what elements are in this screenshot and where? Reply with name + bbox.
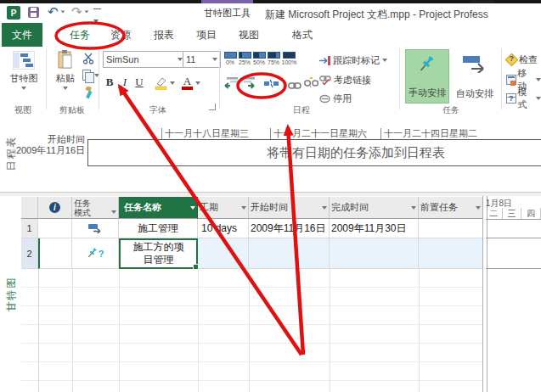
- finish-cell[interactable]: 2009年11月30日: [330, 219, 419, 238]
- redo-dropdown-icon[interactable]: [84, 10, 88, 13]
- header-task-mode[interactable]: 任务模式: [72, 197, 119, 219]
- link-tasks-button[interactable]: [288, 78, 301, 93]
- auto-schedule-button[interactable]: 自动安排: [452, 49, 498, 104]
- indent-task-button[interactable]: [244, 77, 258, 92]
- font-size-combobox[interactable]: 11: [183, 51, 221, 68]
- percent-100-icon: [283, 52, 296, 59]
- percent-100-label: 100%: [282, 59, 297, 65]
- header-select-all[interactable]: [21, 197, 38, 219]
- manually-schedule-button[interactable]: 手动安排: [405, 49, 449, 104]
- timescale-day: 三: [503, 208, 522, 219]
- paste-dropdown-icon[interactable]: [63, 87, 68, 90]
- header-task-name-filter-icon[interactable]: [190, 206, 195, 210]
- header-predecessors-filter-icon[interactable]: [476, 206, 481, 210]
- task-name-cell-active[interactable]: 施工方的项目管理: [119, 238, 198, 269]
- font-color-dropdown-icon[interactable]: [195, 81, 200, 85]
- tab-resource[interactable]: 资源: [110, 28, 131, 42]
- highlight-color-button[interactable]: [155, 75, 178, 90]
- gantt-pane-label-strip[interactable]: 甘特图: [0, 196, 21, 392]
- italic-button[interactable]: I: [118, 75, 132, 90]
- inactivate-icon: [319, 94, 330, 104]
- header-start-filter-icon[interactable]: [322, 206, 327, 210]
- duration-cell[interactable]: [198, 238, 249, 269]
- task-name-cell[interactable]: 施工管理: [119, 219, 198, 238]
- header-start[interactable]: 开始时间: [249, 197, 330, 219]
- contextual-tool-label: 甘特图工具: [201, 7, 253, 20]
- auto-schedule-label: 自动安排: [456, 87, 493, 100]
- predecessors-cell[interactable]: [419, 219, 482, 238]
- info-icon: i: [49, 202, 60, 213]
- header-duration[interactable]: 工期: [198, 197, 249, 219]
- split-task-button[interactable]: [264, 77, 279, 92]
- app-logo-icon[interactable]: P: [7, 6, 20, 20]
- info-cell[interactable]: [38, 219, 72, 238]
- font-size-dropdown-icon[interactable]: [212, 58, 217, 61]
- highlight-dropdown-icon[interactable]: [170, 81, 175, 85]
- move-task-button[interactable]: 移动: [506, 73, 541, 87]
- gantt-view-dropdown-icon[interactable]: [21, 87, 26, 90]
- tab-view[interactable]: 视图: [239, 28, 259, 42]
- tab-task[interactable]: 任务: [70, 28, 90, 42]
- start-cell[interactable]: 2009年11月16日: [249, 219, 330, 238]
- font-dialog-launcher-icon[interactable]: [209, 104, 216, 110]
- header-finish-filter-icon[interactable]: [411, 206, 416, 210]
- header-predecessors[interactable]: 前置任务: [419, 197, 482, 219]
- font-name-combobox[interactable]: SimSun: [103, 51, 186, 68]
- timescale-day-row: 二 三 四: [486, 208, 541, 220]
- timeline-date-1: 十一月十八日星期三: [165, 127, 249, 140]
- outdent-task-button[interactable]: [223, 77, 238, 92]
- table-empty-rows[interactable]: [21, 269, 482, 392]
- percent-0-button[interactable]: 0%: [223, 52, 237, 65]
- unlink-icon: [304, 77, 318, 88]
- percent-100-button[interactable]: 100%: [281, 52, 297, 65]
- paste-button[interactable]: 粘贴: [51, 49, 80, 102]
- bold-button[interactable]: B: [103, 75, 116, 90]
- cut-button[interactable]: [82, 53, 94, 68]
- gantt-view-label: 甘特图: [10, 72, 38, 85]
- table-row[interactable]: 1 施工管理 10 days 2009年11月16日 2009年11月30日: [21, 219, 482, 238]
- task-mode-dropdown-icon[interactable]: [536, 97, 541, 100]
- header-finish[interactable]: 完成时间: [330, 197, 419, 219]
- percent-25-button[interactable]: 25%: [238, 52, 251, 65]
- tab-format[interactable]: 格式: [292, 28, 313, 42]
- start-cell[interactable]: [249, 238, 330, 269]
- unlink-tasks-button[interactable]: [304, 76, 318, 92]
- underline-button[interactable]: U: [132, 75, 146, 90]
- header-info[interactable]: i: [38, 197, 72, 219]
- row-number-cell[interactable]: 2: [21, 238, 38, 269]
- font-color-button[interactable]: A: [182, 75, 206, 90]
- gantt-view-button[interactable]: 甘特图: [5, 49, 42, 102]
- percent-75-button[interactable]: 75%: [267, 52, 280, 65]
- format-painter-button[interactable]: [82, 87, 94, 103]
- copy-button[interactable]: [82, 70, 99, 81]
- timeline-bar[interactable]: 将带有日期的任务添加到日程表: [87, 139, 541, 166]
- respect-links-button[interactable]: 考虑链接: [319, 73, 371, 87]
- tab-file[interactable]: 文件: [2, 23, 42, 47]
- undo-button[interactable]: ↶: [48, 3, 65, 20]
- finish-cell[interactable]: [330, 238, 419, 269]
- undo-dropdown-icon[interactable]: [60, 10, 65, 13]
- move-dropdown-icon[interactable]: [536, 78, 541, 81]
- tab-project[interactable]: 项目: [196, 28, 217, 42]
- mark-on-track-dropdown-icon[interactable]: [382, 59, 387, 62]
- inactivate-button[interactable]: 停用: [319, 92, 352, 105]
- table-row-selected[interactable]: 2 ? 施工方的项目管理: [21, 238, 482, 269]
- task-mode-cell[interactable]: ?: [72, 238, 119, 269]
- save-icon[interactable]: [28, 7, 39, 18]
- header-task-mode-filter-icon[interactable]: [111, 210, 116, 214]
- header-task-name[interactable]: 任务名称: [119, 197, 198, 219]
- row-number-cell[interactable]: 1: [21, 219, 38, 238]
- predecessors-cell[interactable]: [419, 238, 482, 269]
- tab-report[interactable]: 报表: [154, 28, 174, 42]
- mark-on-track-button[interactable]: 跟踪时标记: [319, 53, 387, 67]
- info-cell[interactable]: [38, 238, 72, 269]
- header-duration-filter-icon[interactable]: [241, 206, 246, 210]
- inspect-task-button[interactable]: ? 检查: [506, 53, 538, 66]
- header-task-mode-label: 任务模式: [74, 199, 96, 217]
- duration-cell[interactable]: 10 days: [198, 219, 249, 238]
- task-mode-cell[interactable]: [72, 219, 119, 238]
- percent-25-label: 25%: [239, 59, 251, 65]
- redo-button[interactable]: ↷: [71, 3, 89, 20]
- percent-50-button[interactable]: 50%: [252, 52, 266, 65]
- task-mode-button[interactable]: ? 模式: [506, 92, 541, 105]
